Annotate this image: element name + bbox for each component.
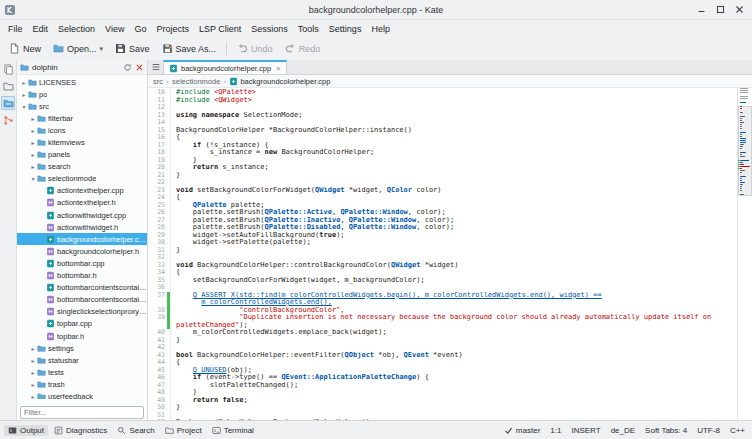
code-line[interactable]: 19 }	[148, 157, 737, 165]
code-line[interactable]: 10#include <QPalette>	[148, 89, 737, 97]
code-line[interactable]: paletteChanged");	[148, 322, 737, 330]
code-line[interactable]: 24{	[148, 194, 737, 202]
code-line[interactable]: 33void BackgroundColorHelper::controlBac…	[148, 262, 737, 270]
code-line[interactable]: 23void setBackgroundColorForWidget(QWidg…	[148, 187, 737, 195]
code-line[interactable]: 35 setBackgroundColorForWidget(widget, m…	[148, 277, 737, 285]
tree-item-trash[interactable]: ▸trash	[17, 378, 147, 390]
tree-item-kitemviews[interactable]: ▸kitemviews	[17, 136, 147, 148]
code-line[interactable]: 34{	[148, 269, 737, 277]
tree-item-bottombarcontentscontainer-h[interactable]: bottombarcontentscontainer.h	[17, 294, 147, 306]
documents-sidebar-button[interactable]	[1, 62, 15, 76]
menu-edit[interactable]: Edit	[28, 23, 54, 35]
tree-item-actionwithwidget-h[interactable]: actionwithwidget.h	[17, 221, 147, 233]
code-line[interactable]: 25 QPalette palette;	[148, 202, 737, 210]
status-toggle-output[interactable]: Output	[4, 425, 48, 436]
code-line[interactable]: 26 palette.setBrush(QPalette::Active, QP…	[148, 209, 737, 217]
menu-projects[interactable]: Projects	[151, 23, 194, 35]
code-line[interactable]: 20 return s_instance;	[148, 164, 737, 172]
breadcrumb-segment-src[interactable]: src	[153, 77, 163, 86]
tab-backgroundcolorhelper-cpp[interactable]: backgroundcolorhelper.cpp ×	[163, 60, 287, 74]
code-line[interactable]: 22	[148, 179, 737, 187]
tree-item-po[interactable]: ▸po	[17, 88, 147, 100]
tree-item-topbar-h[interactable]: topbar.h	[17, 330, 147, 342]
code-line[interactable]: 16{	[148, 134, 737, 142]
close-button[interactable]	[731, 2, 748, 17]
code-line[interactable]: 49 return false;	[148, 397, 737, 405]
status-c[interactable]: C++	[730, 426, 745, 435]
code-line[interactable]: 14	[148, 119, 737, 127]
tree-item-licenses[interactable]: ▸LICENSES	[17, 76, 147, 88]
code-line[interactable]: 28 palette.setBrush(QPalette::Disabled, …	[148, 224, 737, 232]
minimap-scrollbar[interactable]	[737, 88, 752, 421]
project-name[interactable]: dolphin	[32, 63, 58, 72]
filter-input[interactable]	[20, 406, 144, 419]
status-1-1[interactable]: 1:1	[550, 426, 561, 435]
projects-sidebar-button[interactable]	[1, 96, 15, 110]
code-line[interactable]: 47 slotPaletteChanged();	[148, 382, 737, 390]
tree-item-bottombarcontentscontainer-cpp[interactable]: bottombarcontentscontainer.cpp	[17, 282, 147, 294]
menu-tools[interactable]: Tools	[293, 23, 324, 35]
status-de-de[interactable]: de_DE	[611, 426, 635, 435]
open-button[interactable]: Open...▾	[48, 41, 108, 56]
code-line[interactable]: 21}	[148, 172, 737, 180]
status-utf-8[interactable]: UTF-8	[697, 426, 720, 435]
tree-item-topbar-cpp[interactable]: topbar.cpp	[17, 318, 147, 330]
code-line[interactable]: 44{	[148, 359, 737, 367]
filesystem-sidebar-button[interactable]	[1, 79, 15, 93]
status-toggle-diagnostics[interactable]: Diagnostics	[50, 425, 111, 436]
code-line[interactable]: 43bool BackgroundColorHelper::eventFilte…	[148, 352, 737, 360]
menu-help[interactable]: Help	[366, 23, 395, 35]
tree-item-search[interactable]: ▸search	[17, 161, 147, 173]
status-soft-tabs-4[interactable]: Soft Tabs: 4	[645, 426, 687, 435]
code-line[interactable]: 30 widget->setPalette(palette);	[148, 239, 737, 247]
minimap-view-region[interactable]	[738, 106, 752, 196]
tree-item-tests[interactable]: ▸tests	[17, 366, 147, 378]
code-line[interactable]: 15BackgroundColorHelper *BackgroundColor…	[148, 127, 737, 135]
menu-go[interactable]: Go	[129, 23, 151, 35]
code-line[interactable]: 42	[148, 344, 737, 352]
code-line[interactable]: 27 palette.setBrush(QPalette::Inactive, …	[148, 217, 737, 225]
status-toggle-search[interactable]: Search	[113, 425, 158, 436]
code-line[interactable]: 51	[148, 412, 737, 420]
tree-item-userfeedback[interactable]: ▸userfeedback	[17, 390, 147, 399]
tree-item-actiontexthelper-h[interactable]: actiontexthelper.h	[17, 197, 147, 209]
code-line[interactable]: 40 m_colorControlledWidgets.emplace_back…	[148, 329, 737, 337]
tree-item-bottombar-h[interactable]: bottombar.h	[17, 270, 147, 282]
tree-item-settings[interactable]: ▸settings	[17, 342, 147, 354]
tree-item-backgroundcolorhelper-cpp[interactable]: backgroundcolorhelper.cpp	[17, 233, 147, 245]
menu-file[interactable]: File	[3, 23, 28, 35]
code-line[interactable]: 18 s_instance = new BackgroundColorHelpe…	[148, 149, 737, 157]
code-line[interactable]: 50}	[148, 404, 737, 412]
code-line[interactable]: 41}	[148, 337, 737, 345]
tree-item-panels[interactable]: ▸panels	[17, 149, 147, 161]
status-insert[interactable]: INSERT	[571, 426, 600, 435]
save-button[interactable]: Save	[110, 41, 155, 56]
status-master[interactable]: master	[504, 426, 540, 435]
code-line[interactable]: 48 }	[148, 389, 737, 397]
save-as-button[interactable]: Save As...	[157, 41, 222, 56]
code-line[interactable]: 12	[148, 104, 737, 112]
tree-item-src[interactable]: ▾src	[17, 100, 147, 112]
code-line[interactable]: 39 "Duplicate insertion is not necessary…	[148, 314, 737, 322]
tree-item-actiontexthelper-cpp[interactable]: actiontexthelper.cpp	[17, 185, 147, 197]
text-editor[interactable]: 10#include <QPalette>11#include <QWidget…	[148, 88, 737, 421]
status-toggle-project[interactable]: Project	[161, 425, 206, 436]
maximize-button[interactable]	[712, 2, 729, 17]
code-line[interactable]: 37 Q_ASSERT_X(std::find(m_colorControlle…	[148, 292, 737, 300]
tab-close-icon[interactable]: ×	[276, 64, 281, 73]
menu-view[interactable]: View	[100, 23, 129, 35]
tree-item-singleclickselectionproxystyle-h[interactable]: singleclickselectionproxystyle.h	[17, 306, 147, 318]
tree-item-actionwithwidget-cpp[interactable]: actionwithwidget.cpp	[17, 209, 147, 221]
menu-sessions[interactable]: Sessions	[246, 23, 293, 35]
code-line[interactable]: 13using namespace SelectionMode;	[148, 112, 737, 120]
breadcrumb-segment-selectionmode[interactable]: selectionmode	[172, 77, 220, 86]
new-button[interactable]: New	[4, 41, 46, 56]
minimize-button[interactable]	[693, 2, 710, 17]
close-panel-icon[interactable]	[135, 63, 144, 72]
menu-selection[interactable]: Selection	[53, 23, 100, 35]
tree-item-bottombar-cpp[interactable]: bottombar.cpp	[17, 257, 147, 269]
refresh-icon[interactable]	[123, 63, 132, 72]
code-line[interactable]: 17 if (!s_instance) {	[148, 142, 737, 150]
tree-item-selectionmode[interactable]: ▾selectionmode	[17, 173, 147, 185]
menu-lsp-client[interactable]: LSP Client	[194, 23, 246, 35]
